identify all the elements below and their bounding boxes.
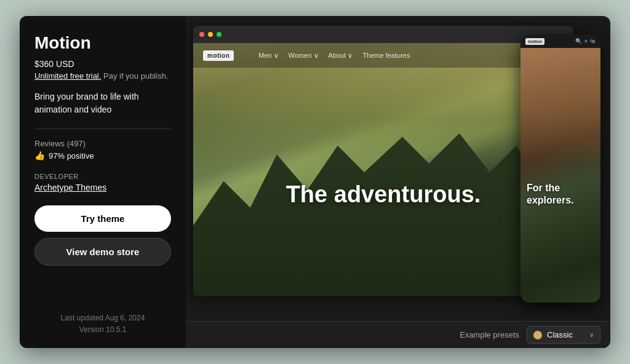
expand-dot: [217, 32, 221, 37]
close-dot: [199, 32, 204, 37]
mobile-sea-overlay: [520, 48, 600, 162]
developer-section: Developer Archetype Themes: [34, 173, 171, 193]
app-window: Motion $360 USD Unlimited free trial. Pa…: [20, 16, 610, 348]
free-trial-line: Unlimited free trial. Pay if you publish…: [34, 71, 171, 81]
try-theme-button[interactable]: Try theme: [34, 205, 171, 232]
view-demo-button[interactable]: View demo store: [34, 238, 171, 266]
theme-description: Bring your brand to life with animation …: [34, 90, 171, 116]
main-content: Motion $360 USD Unlimited free trial. Pa…: [20, 16, 610, 348]
thumb-up-icon: 👍: [34, 151, 45, 160]
browser-bar: [193, 26, 573, 43]
mobile-menu-icon: ≡: [584, 38, 588, 44]
nav-theme-features: Theme features: [362, 52, 410, 60]
preset-name: Classic: [547, 330, 584, 339]
chevron-down-icon: ∨: [589, 331, 594, 338]
hero-text-overlay: The adventurous.: [286, 181, 481, 208]
developer-label: Developer: [34, 173, 171, 180]
last-updated: Last updated Aug 6, 2024 Version 10.5.1: [34, 300, 171, 336]
positive-percent: 97% positive: [49, 151, 94, 160]
minimize-dot: [208, 32, 213, 37]
free-trial-text: Unlimited free trial.: [34, 71, 101, 81]
version: Version 10.5.1: [34, 324, 171, 336]
preset-selector[interactable]: Classic ∨: [527, 326, 600, 344]
browser-content: motion Men ∨ Women ∨ About ∨ Theme featu…: [193, 43, 573, 296]
reviews-positive: 👍 97% positive: [34, 151, 171, 160]
mobile-cart-icon: 🛍: [590, 38, 596, 44]
right-panel: motion Men ∨ Women ∨ About ∨ Theme featu…: [186, 16, 610, 348]
preview-nav-links: Men ∨ Women ∨ About ∨ Theme features: [258, 52, 410, 60]
mobile-search-icon: 🔍: [575, 38, 582, 44]
desktop-preview: motion Men ∨ Women ∨ About ∨ Theme featu…: [193, 26, 573, 296]
preview-area: motion Men ∨ Women ∨ About ∨ Theme featu…: [186, 16, 610, 321]
preset-color-dot: [533, 331, 542, 339]
hero-background: [193, 43, 573, 296]
mobile-icons: 🔍 ≡ 🛍: [575, 38, 596, 44]
left-panel: Motion $360 USD Unlimited free trial. Pa…: [20, 16, 186, 348]
nav-about: About ∨: [329, 52, 353, 60]
developer-link[interactable]: Archetype Themes: [34, 183, 106, 192]
bottom-bar: Example presets Classic ∨: [186, 321, 610, 348]
mobile-text-overlay: For theexplorers.: [527, 182, 594, 205]
mobile-logo: motion: [525, 38, 544, 45]
example-presets-label: Example presets: [460, 330, 519, 339]
preview-nav: motion Men ∨ Women ∨ About ∨ Theme featu…: [193, 43, 573, 68]
mobile-content: For theexplorers.: [520, 48, 600, 303]
mobile-top-bar: motion 🔍 ≡ 🛍: [520, 34, 600, 48]
last-updated-date: Last updated Aug 6, 2024: [34, 312, 171, 324]
mobile-background: [520, 48, 600, 303]
theme-price: $360 USD: [34, 59, 171, 69]
nav-men: Men ∨: [258, 52, 278, 60]
hero-headline: The adventurous.: [286, 181, 481, 208]
reviews-section: Reviews (497) 👍 97% positive: [34, 139, 171, 170]
mobile-preview: motion 🔍 ≡ 🛍 For theexplorers.: [520, 34, 600, 303]
reviews-label: Reviews (497): [34, 139, 171, 148]
pay-if-publish: Pay if you publish.: [101, 71, 168, 81]
theme-title: Motion: [34, 33, 171, 53]
preview-logo: motion: [203, 50, 234, 61]
divider: [34, 129, 171, 129]
nav-women: Women ∨: [289, 52, 319, 60]
mobile-headline: For theexplorers.: [527, 182, 594, 205]
